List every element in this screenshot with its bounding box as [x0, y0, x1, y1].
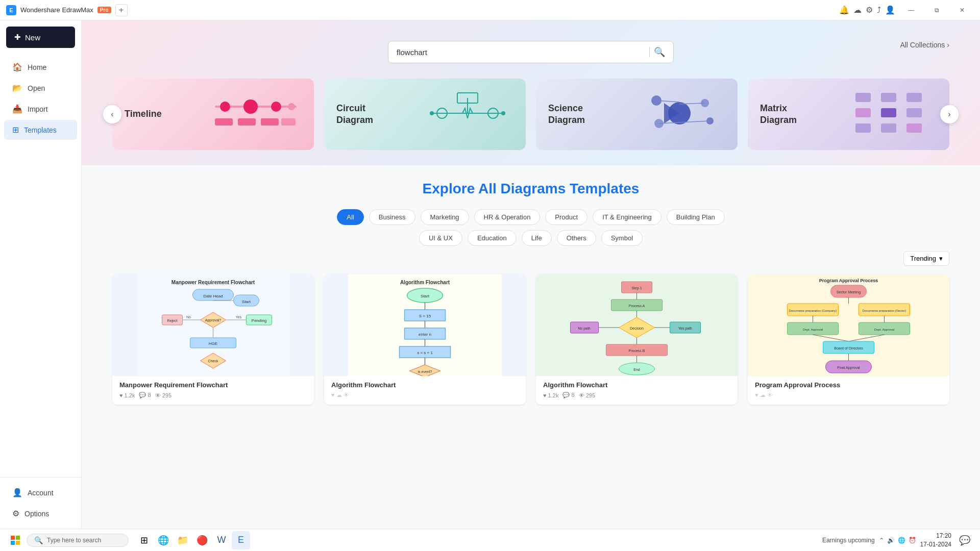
search-icon: 🔍: [34, 536, 43, 544]
account-icon[interactable]: 👤: [885, 5, 895, 15]
template-card-algorithm1[interactable]: Algorithm Flowchart Start S = 15 enter: [324, 274, 526, 405]
svg-rect-117: [16, 536, 20, 540]
card-image-circuit: [422, 88, 513, 141]
sidebar-item-templates[interactable]: ⊞ Templates: [4, 120, 77, 140]
app-name: Wondershare EdrawMax: [20, 6, 93, 14]
filter-product[interactable]: Product: [545, 209, 587, 225]
sort-dropdown[interactable]: Trending ▾: [903, 251, 949, 266]
template-info-algorithm2: Algorithm Flowchart ♥ 1.2k 💬 8 👁 295: [536, 376, 738, 405]
svg-text:No: No: [186, 315, 191, 319]
filter-life[interactable]: Life: [522, 230, 552, 246]
template-thumb-manpower: Manpower Requirement Flowchart Date Head…: [112, 274, 314, 376]
filter-it[interactable]: IT & Engineering: [593, 209, 662, 225]
account-icon: 👤: [12, 488, 22, 497]
svg-text:Documents preparation (Sector): Documents preparation (Sector): [863, 309, 906, 312]
main-layout: ✚ New 🏠 Home 📂 Open 📥 Import ⊞ Templates: [0, 20, 980, 529]
svg-rect-119: [16, 541, 20, 545]
files-icon[interactable]: 📁: [174, 531, 192, 549]
cloud-icon[interactable]: ☁: [853, 5, 862, 15]
template-title-algorithm2: Algorithm Flowchart: [543, 381, 730, 389]
explore-highlight: All Diagrams Templates: [478, 181, 639, 196]
explore-title: Explore All Diagrams Templates: [112, 181, 949, 197]
svg-text:Check: Check: [208, 359, 218, 363]
svg-point-3: [271, 102, 281, 112]
carousel-card-timeline[interactable]: Timeline: [112, 79, 314, 150]
card-label-science: Science Diagram: [548, 103, 599, 127]
edrawmax-icon[interactable]: E: [232, 531, 250, 549]
search-bar[interactable]: 🔍: [388, 41, 674, 63]
share-icon[interactable]: ⤴: [877, 6, 881, 15]
sidebar-nav: 🏠 Home 📂 Open 📥 Import ⊞ Templates: [0, 54, 81, 477]
filter-marketing[interactable]: Marketing: [421, 209, 469, 225]
content-area: All Collections › 🔍 ‹ Timeline: [82, 20, 980, 529]
sidebar-item-home[interactable]: 🏠 Home: [4, 57, 77, 77]
edge-icon[interactable]: 🌐: [154, 531, 173, 549]
template-card-manpower[interactable]: Manpower Requirement Flowchart Date Head…: [112, 274, 314, 405]
maximize-button[interactable]: ⧉: [925, 2, 948, 18]
svg-text:Final Approval: Final Approval: [837, 366, 860, 370]
settings-icon[interactable]: ⚙: [866, 5, 873, 15]
notification-center-icon[interactable]: 💬: [955, 531, 974, 549]
svg-text:End: End: [633, 368, 640, 371]
svg-rect-31: [906, 108, 922, 117]
search-input[interactable]: [397, 48, 645, 57]
filter-others[interactable]: Others: [557, 230, 596, 246]
chevron-down-icon: ▾: [939, 255, 943, 262]
svg-point-2: [243, 99, 258, 114]
template-meta-algorithm1: ♥ ☁ 👁: [331, 392, 519, 398]
svg-text:Reject: Reject: [167, 319, 178, 323]
filter-education[interactable]: Education: [468, 230, 517, 246]
svg-text:Documents preparation (Company: Documents preparation (Company): [789, 309, 837, 312]
start-button[interactable]: [6, 531, 24, 549]
filter-business[interactable]: Business: [369, 209, 415, 225]
close-button[interactable]: ✕: [950, 2, 974, 18]
carousel-card-circuit[interactable]: Circuit Diagram: [324, 79, 526, 150]
sidebar-item-options[interactable]: ⚙ Options: [4, 504, 77, 523]
all-collections-link[interactable]: All Collections ›: [900, 41, 949, 49]
template-title-algorithm1: Algorithm Flowchart: [331, 381, 519, 389]
svg-rect-28: [906, 93, 922, 102]
taskview-icon[interactable]: ⊞: [135, 531, 153, 549]
carousel-prev-button[interactable]: ‹: [103, 105, 121, 123]
sidebar: ✚ New 🏠 Home 📂 Open 📥 Import ⊞ Templates: [0, 20, 82, 529]
template-meta-manpower: ♥ 1.2k 💬 8 👁 295: [119, 392, 307, 398]
template-card-approval[interactable]: Program Approval Process Sector Meeting …: [748, 274, 949, 405]
search-divider: [649, 47, 650, 57]
taskbar-search[interactable]: 🔍 Type here to search: [27, 534, 129, 547]
word-icon[interactable]: W: [212, 531, 231, 549]
add-tab-button[interactable]: +: [115, 4, 128, 16]
minimize-button[interactable]: —: [899, 2, 923, 18]
svg-point-14: [430, 111, 434, 115]
filter-all[interactable]: All: [337, 209, 363, 225]
filter-building[interactable]: Building Plan: [667, 209, 725, 225]
svg-text:Yes: Yes: [236, 315, 242, 319]
notification-icon[interactable]: 🔔: [839, 5, 849, 15]
filter-hr[interactable]: HR & Operation: [474, 209, 541, 225]
card-image-science: [633, 88, 725, 141]
filter-row-1: All Business Marketing HR & Operation Pr…: [112, 209, 949, 225]
template-card-algorithm2[interactable]: Step 1 Process A Decision Process B: [536, 274, 738, 405]
filter-ui[interactable]: UI & UX: [419, 230, 462, 246]
topbar-icons: 🔔 ☁ ⚙ ⤴ 👤: [839, 5, 895, 15]
filter-symbol[interactable]: Symbol: [601, 230, 643, 246]
carousel-card-science[interactable]: Science Diagram: [536, 79, 738, 150]
svg-text:Dept. Approval: Dept. Approval: [803, 328, 823, 331]
sidebar-label-options: Options: [24, 510, 49, 518]
plus-icon: ✚: [14, 33, 21, 42]
options-icon: ⚙: [12, 509, 19, 518]
sidebar-item-account[interactable]: 👤 Account: [4, 483, 77, 503]
sidebar-item-import[interactable]: 📥 Import: [4, 99, 77, 119]
template-thumb-algorithm2: Step 1 Process A Decision Process B: [536, 274, 738, 376]
search-icon[interactable]: 🔍: [654, 46, 665, 58]
svg-rect-29: [855, 108, 871, 117]
new-button[interactable]: ✚ New: [6, 27, 75, 48]
chrome-icon[interactable]: 🔴: [193, 531, 211, 549]
carousel-card-matrix[interactable]: Matrix Diagram: [748, 79, 949, 150]
card-image-matrix: [845, 88, 937, 141]
carousel-next-button[interactable]: ›: [940, 105, 959, 123]
templates-icon: ⊞: [12, 125, 19, 135]
svg-text:Yes path: Yes path: [678, 327, 692, 331]
taskbar-notifications[interactable]: ⌃ 🔊 🌐 ⏰: [879, 537, 916, 544]
template-meta-approval: ♥ ☁ 👁: [755, 392, 942, 398]
sidebar-item-open[interactable]: 📂 Open: [4, 78, 77, 98]
